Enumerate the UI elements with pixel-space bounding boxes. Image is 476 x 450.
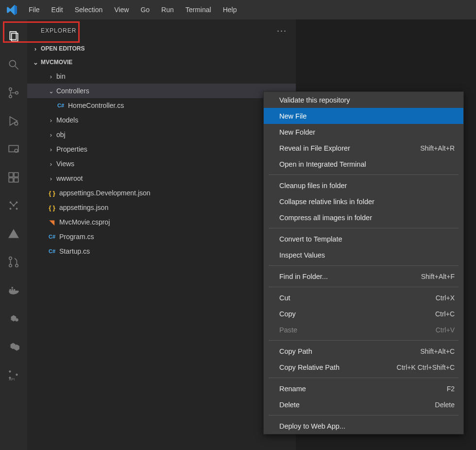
menu-help[interactable]: Help	[217, 0, 243, 19]
ctx-copy[interactable]: CopyCtrl+C	[264, 306, 463, 322]
remote-icon[interactable]	[0, 135, 27, 163]
ctx-copy-path[interactable]: Copy PathShift+Alt+C	[264, 343, 463, 359]
ctx-inspect-values[interactable]: Inspect Values	[264, 247, 463, 263]
folder-properties[interactable]: ›Properties	[27, 142, 296, 156]
svg-point-8	[15, 122, 17, 125]
ctx-copy-relative-path[interactable]: Copy Relative PathCtrl+K Ctrl+Shift+C	[264, 359, 463, 375]
menu-file[interactable]: File	[23, 0, 46, 19]
ctx-item-label: Inspect Values	[279, 251, 325, 259]
ctx-item-label: Copy Path	[279, 347, 312, 355]
chevron-right-icon: ›	[48, 117, 54, 124]
azure-icon[interactable]	[0, 220, 27, 248]
chevron-right-icon: ›	[48, 175, 54, 182]
folder-views[interactable]: ›Views	[27, 156, 296, 171]
tree-item-label: appsettings.json	[59, 204, 108, 211]
ctx-reveal-in-file-explorer[interactable]: Reveal in File ExplorerShift+Alt+R	[264, 140, 463, 156]
chevron-right-icon: ›	[48, 73, 54, 80]
ctx-cleanup-files-in-folder[interactable]: Cleanup files in folder	[264, 177, 463, 193]
ctx-find-in-folder[interactable]: Find in Folder...Shift+Alt+F	[264, 268, 463, 284]
svg-point-32	[15, 318, 18, 322]
git-pr-icon[interactable]	[0, 248, 27, 276]
svg-rect-27	[12, 289, 13, 291]
file-program.cs[interactable]: C#Program.cs	[27, 229, 296, 244]
extensions-icon[interactable]	[0, 163, 27, 191]
ctx-item-label: Rename	[279, 385, 306, 393]
csproj-icon: ◥	[48, 219, 56, 226]
ctx-new-folder[interactable]: New Folder	[264, 124, 463, 140]
ctx-compress-all-images-in-folder[interactable]: Compress all images in folder	[264, 209, 463, 225]
menu-go[interactable]: Go	[135, 0, 155, 19]
run-debug-icon[interactable]	[0, 107, 27, 135]
file-appsettings.development.json[interactable]: { }appsettings.Development.json	[27, 186, 296, 200]
ctx-collapse-relative-links-in-folder[interactable]: Collapse relative links in folder	[264, 193, 463, 209]
titlebar: FileEditSelectionViewGoRunTerminalHelp	[0, 0, 476, 19]
menu-edit[interactable]: Edit	[46, 0, 69, 19]
file-appsettings.json[interactable]: { }appsettings.json	[27, 200, 296, 215]
ml-icon[interactable]	[0, 191, 27, 220]
chevron-right-icon: ›	[32, 45, 39, 52]
ctx-item-label: New Folder	[279, 128, 315, 136]
svg-point-19	[16, 208, 17, 209]
chevron-down-icon: ⌄	[32, 59, 39, 66]
share-icon[interactable]	[0, 332, 27, 361]
ctx-delete[interactable]: DeleteDelete	[264, 397, 463, 413]
folder-models[interactable]: ›Models	[27, 113, 296, 127]
svg-marker-22	[8, 229, 19, 238]
api-icon[interactable]: API	[0, 361, 27, 389]
chevron-right-icon: ›	[48, 146, 54, 153]
source-control-icon[interactable]	[0, 79, 27, 107]
project-section[interactable]: ⌄ MVCMOVIE	[27, 55, 296, 69]
hex-icon[interactable]	[0, 304, 27, 332]
folder-bin[interactable]: ›bin	[27, 69, 296, 84]
ctx-shortcut: Ctrl+X	[436, 294, 455, 302]
activity-bar: API	[0, 19, 27, 450]
svg-rect-29	[12, 287, 13, 289]
ctx-item-label: Validate this repository	[279, 96, 350, 104]
svg-marker-7	[10, 117, 17, 125]
ctx-convert-to-template[interactable]: Convert to Template	[264, 231, 463, 247]
open-editors-section[interactable]: › OPEN EDITORS	[27, 42, 296, 55]
svg-point-24	[9, 264, 12, 267]
ctx-rename[interactable]: RenameF2	[264, 381, 463, 397]
tree-item-label: wwwroot	[56, 174, 83, 182]
svg-rect-28	[14, 289, 15, 291]
ctx-shortcut: Ctrl+V	[436, 326, 455, 334]
ctx-shortcut: Ctrl+K Ctrl+Shift+C	[397, 363, 455, 371]
folder-controllers[interactable]: ⌄Controllers	[27, 84, 296, 98]
ctx-item-label: Compress all images in folder	[279, 214, 372, 222]
ctx-deploy-to-web-app[interactable]: Deploy to Web App...	[264, 418, 463, 434]
file-homecontroller.cs[interactable]: C#HomeController.cs	[27, 98, 296, 113]
more-icon[interactable]: ···	[277, 26, 287, 36]
ctx-shortcut: Shift+Alt+R	[420, 144, 455, 152]
file-mvcmovie.csproj[interactable]: ◥MvcMovie.csproj	[27, 215, 296, 229]
ctx-cut[interactable]: CutCtrl+X	[264, 290, 463, 306]
ctx-shortcut: Ctrl+C	[435, 310, 455, 318]
file-startup.cs[interactable]: C#Startup.cs	[27, 244, 296, 259]
explorer-icon[interactable]	[0, 22, 27, 51]
explorer-title: EXPLORER	[41, 27, 76, 34]
file-tree: ›bin⌄ControllersC#HomeController.cs›Mode…	[27, 69, 296, 259]
svg-line-21	[14, 203, 17, 206]
menu-terminal[interactable]: Terminal	[180, 0, 217, 19]
json-icon: { }	[48, 190, 56, 197]
menu-run[interactable]: Run	[155, 0, 180, 19]
vscode-logo-icon	[6, 4, 18, 16]
separator	[269, 287, 459, 287]
ctx-item-label: New File	[279, 112, 306, 120]
menu-view[interactable]: View	[108, 0, 135, 19]
tree-item-label: appsettings.Development.json	[59, 189, 151, 197]
chevron-right-icon: ›	[48, 160, 54, 168]
menu-selection[interactable]: Selection	[69, 0, 109, 19]
ctx-item-label: Open in Integrated Terminal	[279, 160, 366, 168]
ctx-shortcut: Delete	[435, 401, 455, 409]
folder-obj[interactable]: ›obj	[27, 127, 296, 142]
ctx-open-in-integrated-terminal[interactable]: Open in Integrated Terminal	[264, 156, 463, 172]
folder-wwwroot[interactable]: ›wwwroot	[27, 171, 296, 186]
docker-icon[interactable]	[0, 276, 27, 304]
tree-item-label: Models	[56, 116, 78, 124]
ctx-new-file[interactable]: New File	[264, 108, 463, 124]
tree-item-label: obj	[56, 131, 66, 138]
svg-line-3	[15, 66, 18, 69]
ctx-validate-this-repository[interactable]: Validate this repository	[264, 92, 463, 108]
search-icon[interactable]	[0, 51, 27, 79]
